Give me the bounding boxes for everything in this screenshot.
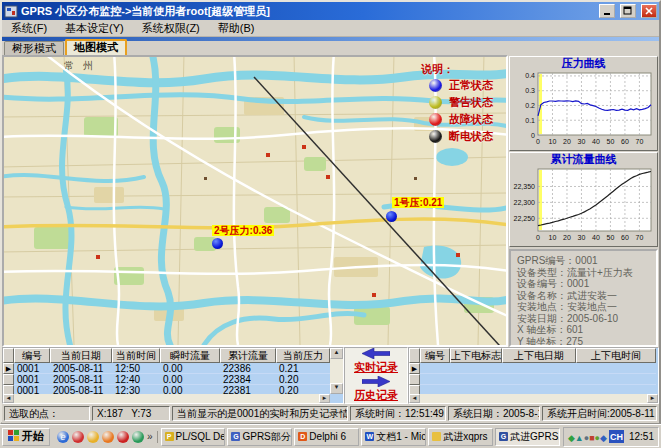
column-header[interactable]: 上下电时间 — [576, 348, 656, 363]
taskbar-clock: 12:51 — [626, 431, 654, 442]
info-value: 2005-06-10 — [567, 313, 618, 324]
y-coordinate: Y:73 — [131, 408, 151, 419]
table-cell: 22386 — [220, 363, 276, 374]
tray-antivirus-icon[interactable]: ◆ — [568, 433, 575, 443]
scroll-left-button[interactable]: ◄ — [409, 394, 420, 403]
history-records-link[interactable]: 历史记录 — [354, 388, 398, 403]
quicklaunch-internet-explorer-icon[interactable]: e — [57, 431, 69, 443]
table-row[interactable] — [409, 374, 658, 385]
quicklaunch-media-player-icon[interactable] — [102, 431, 114, 443]
svg-text:22,350: 22,350 — [514, 183, 536, 190]
task-button-delphi[interactable]: DDelphi 6 — [294, 428, 359, 446]
selected-point-segment: 选取的点： — [4, 406, 90, 421]
pressure-chart-panel: 压力曲线 00.10.20.30.4010203040506070 — [509, 56, 658, 151]
record-nav-panel: 实时记录 历史记录 — [344, 347, 408, 404]
column-header[interactable]: 累计流量 — [220, 348, 276, 363]
flow-chart-panel: 累计流量曲线 22,25022,30022,350010203040506070 — [509, 152, 658, 247]
table-row[interactable]: 00012005-08-1112:400.00223840.20 — [3, 374, 343, 385]
column-header[interactable]: 当前时间 — [112, 348, 160, 363]
scroll-down-button[interactable]: ▼ — [330, 383, 343, 394]
table-cell: 0001 — [14, 363, 50, 374]
info-label: 安装日期： — [517, 313, 567, 324]
column-header[interactable]: 编号 — [14, 348, 50, 363]
menu-basic-settings[interactable]: 基本设定(Y) — [56, 20, 133, 37]
input-language-indicator[interactable]: CH — [609, 430, 624, 443]
column-header[interactable]: 当前日期 — [50, 348, 112, 363]
svg-text:0: 0 — [536, 234, 540, 241]
column-header[interactable]: 编号 — [420, 348, 450, 363]
tab-tree-mode[interactable]: 树形模式 — [4, 41, 64, 55]
quicklaunch-network-globe-icon[interactable] — [132, 431, 144, 443]
station-2-marker[interactable] — [212, 238, 223, 249]
close-button[interactable] — [641, 4, 657, 18]
station-1-marker[interactable] — [386, 211, 397, 222]
column-header[interactable]: 上下电日期 — [502, 348, 576, 363]
menu-help[interactable]: 帮助(B) — [209, 20, 264, 37]
row-selector-header — [3, 348, 14, 363]
column-header[interactable]: 瞬时流量 — [160, 348, 220, 363]
map-view[interactable]: 常州 说明： 正常状态警告状态故障状态断电状态 1号压:0.21 2号压力:0.… — [2, 55, 508, 347]
scroll-right-button[interactable]: ► — [319, 394, 330, 403]
quicklaunch-realplayer-icon[interactable] — [72, 431, 84, 443]
power-records-table: 编号上下电标志上下电日期上下电时间▶◄► — [408, 347, 659, 404]
horizontal-scrollbar[interactable]: ◄► — [3, 394, 330, 403]
table-cell: 12:40 — [112, 374, 160, 385]
vertical-scrollbar[interactable]: ▲▼ — [330, 348, 343, 394]
table-row[interactable]: ▶ — [409, 363, 658, 374]
title-bar[interactable]: GPRS 小区分布监控->当前使用者root[超级管理员] — [2, 2, 659, 20]
device-info-row: 设备类型：流量计+压力表 — [517, 266, 656, 278]
gprs-monitor-icon: G — [499, 432, 508, 441]
realtime-arrow-icon[interactable] — [362, 348, 390, 359]
maximize-button[interactable] — [620, 4, 636, 18]
tab-map-mode[interactable]: 地图模式 — [65, 39, 127, 55]
svg-text:30: 30 — [578, 138, 586, 145]
device-info-row: 安装日期：2005-06-10 — [517, 312, 656, 324]
tray-display-icon[interactable]: ◆ — [600, 433, 607, 443]
svg-text:0: 0 — [536, 138, 540, 145]
task-button-gprs-app[interactable]: GGPRS部分.... — [227, 428, 292, 446]
table-cell: 0.20 — [276, 374, 330, 385]
quicklaunch-qq-messenger-icon[interactable] — [117, 431, 129, 443]
legend-item-1: 警告状态 — [415, 94, 507, 111]
minimize-button[interactable] — [599, 4, 615, 18]
scroll-right-button[interactable]: ► — [647, 394, 658, 403]
right-panel: 压力曲线 00.10.20.30.4010203040506070 累计流量曲线… — [508, 55, 659, 347]
svg-text:10: 10 — [549, 234, 557, 241]
plsql-icon: P — [165, 432, 174, 441]
task-button-label: PL/SQL Dev... — [176, 431, 226, 442]
scroll-up-button[interactable]: ▲ — [330, 348, 343, 359]
row-selector-header — [409, 348, 420, 363]
device-info-row: 安装地点：安装地点一 — [517, 300, 656, 312]
task-button-word-document[interactable]: W文档1 - Mic... — [361, 428, 426, 446]
menu-system[interactable]: 系统(F) — [2, 20, 56, 37]
svg-text:0.4: 0.4 — [525, 72, 535, 79]
realtime-records-link[interactable]: 实时记录 — [354, 360, 398, 375]
svg-text:50: 50 — [607, 234, 615, 241]
task-button-folder[interactable]: 武进xqprs — [428, 428, 493, 446]
start-button[interactable]: 开始 — [2, 428, 50, 446]
task-button-gprs-monitor[interactable]: G武进GPRS... — [495, 428, 560, 446]
quicklaunch-overflow-chevron[interactable]: » — [147, 431, 153, 442]
task-button-label: Delphi 6 — [309, 431, 346, 442]
svg-text:0.2: 0.2 — [525, 102, 535, 109]
horizontal-scrollbar[interactable]: ◄► — [409, 394, 658, 403]
menu-permissions[interactable]: 系统权限(Z) — [133, 20, 209, 37]
table-cell — [420, 363, 450, 374]
svg-text:20: 20 — [563, 138, 571, 145]
tray-upload-status-icon[interactable]: ▲ — [575, 433, 584, 443]
device-info-row: GPRS编号：0001 — [517, 254, 656, 266]
table-row[interactable]: ▶00012005-08-1112:500.00223860.21 — [3, 363, 343, 374]
quicklaunch-notepad-icon[interactable] — [87, 431, 99, 443]
svg-text:20: 20 — [563, 234, 571, 241]
column-header[interactable]: 上下电标志 — [450, 348, 502, 363]
info-value: 流量计+压力表 — [567, 267, 633, 278]
task-button-plsql[interactable]: PPL/SQL Dev... — [161, 428, 226, 446]
system-date-segment: 系统日期：2005-8-11 — [448, 406, 540, 421]
column-header[interactable]: 当前压力 — [276, 348, 330, 363]
task-button-label: GPRS部分.... — [242, 430, 292, 444]
table-cell — [502, 374, 576, 385]
table-cell: 22384 — [220, 374, 276, 385]
svg-text:0: 0 — [531, 132, 535, 139]
scroll-left-button[interactable]: ◄ — [3, 394, 14, 403]
history-arrow-icon[interactable] — [362, 376, 390, 387]
